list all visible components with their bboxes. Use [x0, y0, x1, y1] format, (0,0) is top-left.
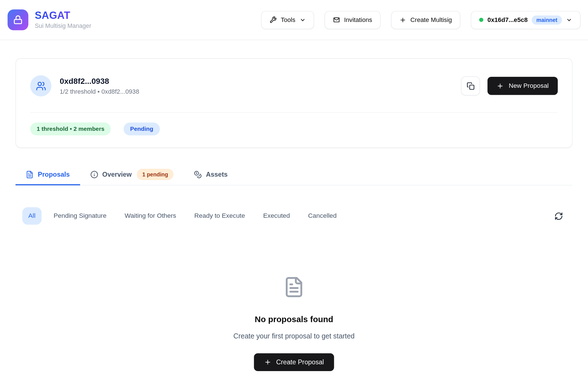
new-proposal-label: New Proposal: [509, 82, 549, 90]
copy-icon: [467, 82, 474, 90]
filter-cancelled[interactable]: Cancelled: [302, 207, 343, 225]
pending-count-badge: 1 pending: [137, 169, 173, 180]
empty-state-subtitle: Create your first proposal to get starte…: [15, 332, 573, 340]
info-icon: [90, 170, 98, 178]
chevron-down-icon: [566, 17, 572, 23]
filter-ready-to-execute[interactable]: Ready to Execute: [188, 207, 251, 225]
wrench-icon: [270, 16, 277, 24]
filter-all[interactable]: All: [22, 207, 41, 225]
invitations-button[interactable]: Invitations: [324, 11, 380, 29]
filter-pending-signature[interactable]: Pending Signature: [48, 207, 112, 225]
create-proposal-button[interactable]: Create Proposal: [254, 353, 334, 371]
mail-icon: [333, 16, 340, 24]
new-proposal-button[interactable]: New Proposal: [488, 77, 558, 95]
app-name: SAGAT: [35, 10, 91, 22]
tools-button[interactable]: Tools: [261, 11, 314, 29]
create-proposal-label: Create Proposal: [276, 358, 324, 366]
brand: SAGAT Sui Multisig Manager: [8, 10, 91, 30]
empty-state-title: No proposals found: [15, 315, 573, 325]
multisig-title: 0xd8f2...0938: [60, 76, 139, 86]
wallet-address: 0x16d7...e5c8: [487, 16, 528, 24]
refresh-icon: [554, 212, 565, 220]
network-badge: mainnet: [532, 15, 562, 24]
members-badge: 1 threshold • 2 members: [30, 123, 111, 136]
tab-proposals[interactable]: Proposals: [15, 165, 80, 185]
header-actions: Tools Invitations Create Multisig: [261, 11, 580, 29]
refresh-button[interactable]: [552, 208, 567, 224]
plus-icon: [264, 359, 271, 366]
card-divider: [30, 112, 558, 113]
plus-icon: [497, 82, 504, 89]
users-icon: [36, 81, 46, 91]
tools-label: Tools: [281, 16, 295, 24]
main-content: 0xd8f2...0938 1/2 threshold • 0xd8f2...0…: [15, 58, 573, 371]
multisig-card: 0xd8f2...0938 1/2 threshold • 0xd8f2...0…: [15, 58, 573, 148]
chevron-down-icon: [300, 17, 306, 23]
copy-address-button[interactable]: [461, 77, 480, 95]
multisig-avatar: [30, 75, 51, 96]
tab-overview-label: Overview: [102, 170, 132, 178]
file-text-icon: [26, 170, 33, 178]
tab-overview[interactable]: Overview 1 pending: [80, 165, 184, 185]
header: SAGAT Sui Multisig Manager Tools: [0, 0, 588, 40]
app-logo: [8, 10, 28, 30]
tab-assets-label: Assets: [206, 170, 228, 178]
multisig-subtitle: 1/2 threshold • 0xd8f2...0938: [60, 88, 139, 95]
wallet-button[interactable]: 0x16d7...e5c8 mainnet: [471, 11, 580, 29]
page: SAGAT Sui Multisig Manager Tools: [0, 0, 588, 386]
create-multisig-button[interactable]: Create Multisig: [391, 11, 460, 29]
document-icon: [283, 276, 305, 298]
invitations-label: Invitations: [344, 16, 372, 24]
tab-assets[interactable]: Assets: [184, 165, 238, 185]
empty-state: No proposals found Create your first pro…: [15, 276, 573, 371]
plus-icon: [399, 16, 406, 23]
app-tagline: Sui Multisig Manager: [35, 23, 91, 29]
lock-icon: [13, 15, 23, 25]
create-multisig-label: Create Multisig: [410, 16, 452, 24]
tab-bar: Proposals Overview 1 pending Assets: [15, 165, 573, 185]
status-badge: Pending: [124, 123, 160, 136]
filter-waiting-for-others[interactable]: Waiting for Others: [119, 207, 182, 225]
status-filter-bar: All Pending Signature Waiting for Others…: [15, 207, 573, 225]
connection-status-dot: [479, 18, 483, 22]
filter-executed[interactable]: Executed: [257, 207, 296, 225]
tab-proposals-label: Proposals: [38, 170, 70, 178]
coins-icon: [194, 170, 202, 178]
